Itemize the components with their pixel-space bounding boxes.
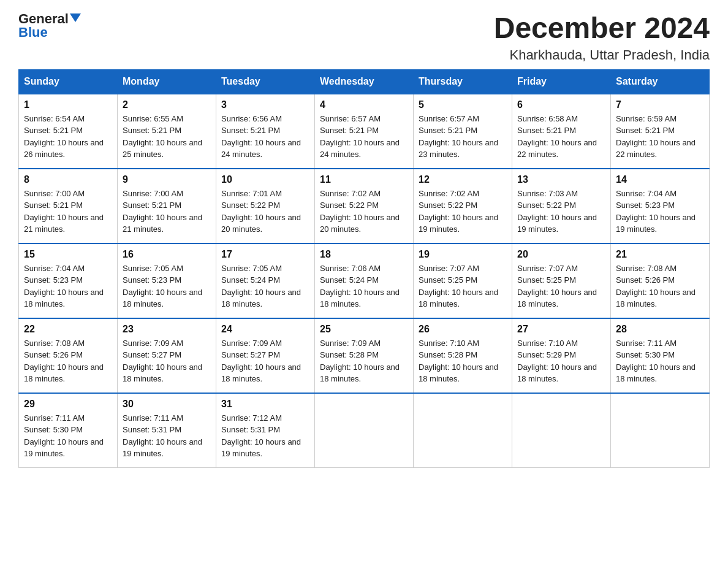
calendar-cell: 17 Sunrise: 7:05 AMSunset: 5:24 PMDaylig… bbox=[216, 243, 315, 318]
day-number: 3 bbox=[221, 99, 309, 110]
day-info: Sunrise: 6:55 AMSunset: 5:21 PMDaylight:… bbox=[123, 114, 202, 159]
col-saturday: Saturday bbox=[611, 69, 710, 94]
day-info: Sunrise: 7:12 AMSunset: 5:31 PMDaylight:… bbox=[221, 413, 301, 459]
calendar-week-row: 15 Sunrise: 7:04 AMSunset: 5:23 PMDaylig… bbox=[19, 243, 710, 318]
day-info: Sunrise: 7:09 AMSunset: 5:27 PMDaylight:… bbox=[221, 339, 301, 384]
calendar-cell bbox=[611, 393, 710, 468]
day-number: 24 bbox=[221, 324, 309, 335]
day-info: Sunrise: 6:57 AMSunset: 5:21 PMDaylight:… bbox=[419, 114, 498, 159]
day-number: 14 bbox=[616, 174, 704, 185]
calendar-cell: 26 Sunrise: 7:10 AMSunset: 5:28 PMDaylig… bbox=[414, 318, 512, 393]
day-info: Sunrise: 7:02 AMSunset: 5:22 PMDaylight:… bbox=[419, 189, 498, 234]
calendar-cell: 28 Sunrise: 7:11 AMSunset: 5:30 PMDaylig… bbox=[611, 318, 710, 393]
calendar-cell: 29 Sunrise: 7:11 AMSunset: 5:30 PMDaylig… bbox=[19, 393, 118, 468]
day-number: 28 bbox=[616, 324, 704, 335]
day-number: 12 bbox=[419, 174, 507, 185]
day-number: 5 bbox=[419, 99, 507, 110]
day-info: Sunrise: 6:59 AMSunset: 5:21 PMDaylight:… bbox=[616, 114, 696, 159]
month-title: December 2024 bbox=[494, 12, 710, 45]
day-info: Sunrise: 7:04 AMSunset: 5:23 PMDaylight:… bbox=[24, 264, 104, 309]
day-info: Sunrise: 7:08 AMSunset: 5:26 PMDaylight:… bbox=[24, 339, 104, 384]
day-info: Sunrise: 7:02 AMSunset: 5:22 PMDaylight:… bbox=[320, 189, 400, 234]
day-info: Sunrise: 7:03 AMSunset: 5:22 PMDaylight:… bbox=[517, 189, 597, 234]
logo: General Blue bbox=[18, 12, 81, 39]
day-number: 15 bbox=[24, 249, 112, 260]
logo-general: General bbox=[18, 12, 69, 26]
calendar-cell: 2 Sunrise: 6:55 AMSunset: 5:21 PMDayligh… bbox=[118, 94, 216, 169]
day-info: Sunrise: 7:11 AMSunset: 5:30 PMDaylight:… bbox=[24, 413, 104, 459]
calendar-cell: 16 Sunrise: 7:05 AMSunset: 5:23 PMDaylig… bbox=[118, 243, 216, 318]
day-info: Sunrise: 7:08 AMSunset: 5:26 PMDaylight:… bbox=[616, 264, 696, 309]
calendar-week-row: 8 Sunrise: 7:00 AMSunset: 5:21 PMDayligh… bbox=[19, 169, 710, 243]
day-number: 27 bbox=[517, 324, 605, 335]
col-wednesday: Wednesday bbox=[315, 69, 414, 94]
day-number: 20 bbox=[517, 249, 605, 260]
calendar-cell: 5 Sunrise: 6:57 AMSunset: 5:21 PMDayligh… bbox=[414, 94, 512, 169]
day-number: 10 bbox=[221, 174, 309, 185]
day-number: 31 bbox=[221, 399, 309, 410]
calendar-cell: 27 Sunrise: 7:10 AMSunset: 5:29 PMDaylig… bbox=[512, 318, 611, 393]
day-info: Sunrise: 7:00 AMSunset: 5:21 PMDaylight:… bbox=[24, 189, 104, 234]
day-info: Sunrise: 6:57 AMSunset: 5:21 PMDaylight:… bbox=[320, 114, 400, 159]
day-info: Sunrise: 7:04 AMSunset: 5:23 PMDaylight:… bbox=[616, 189, 696, 234]
calendar-cell bbox=[512, 393, 611, 468]
day-number: 18 bbox=[320, 249, 408, 260]
calendar-cell: 22 Sunrise: 7:08 AMSunset: 5:26 PMDaylig… bbox=[19, 318, 118, 393]
day-number: 1 bbox=[24, 99, 112, 110]
calendar-cell: 18 Sunrise: 7:06 AMSunset: 5:24 PMDaylig… bbox=[315, 243, 414, 318]
calendar-table: Sunday Monday Tuesday Wednesday Thursday… bbox=[18, 69, 710, 468]
col-tuesday: Tuesday bbox=[216, 69, 315, 94]
calendar-cell: 25 Sunrise: 7:09 AMSunset: 5:28 PMDaylig… bbox=[315, 318, 414, 393]
calendar-cell: 7 Sunrise: 6:59 AMSunset: 5:21 PMDayligh… bbox=[611, 94, 710, 169]
calendar-cell: 13 Sunrise: 7:03 AMSunset: 5:22 PMDaylig… bbox=[512, 169, 611, 243]
title-block: December 2024 Kharkhauda, Uttar Pradesh,… bbox=[494, 12, 710, 63]
day-info: Sunrise: 7:01 AMSunset: 5:22 PMDaylight:… bbox=[221, 189, 301, 234]
page-header: General Blue December 2024 Kharkhauda, U… bbox=[18, 12, 710, 63]
day-number: 21 bbox=[616, 249, 704, 260]
calendar-cell bbox=[315, 393, 414, 468]
day-number: 16 bbox=[123, 249, 211, 260]
day-number: 4 bbox=[320, 99, 408, 110]
day-info: Sunrise: 7:09 AMSunset: 5:27 PMDaylight:… bbox=[123, 339, 202, 384]
calendar-cell: 9 Sunrise: 7:00 AMSunset: 5:21 PMDayligh… bbox=[118, 169, 216, 243]
calendar-cell bbox=[414, 393, 512, 468]
day-number: 17 bbox=[221, 249, 309, 260]
col-sunday: Sunday bbox=[19, 69, 118, 94]
day-number: 29 bbox=[24, 399, 112, 410]
day-number: 13 bbox=[517, 174, 605, 185]
calendar-cell: 24 Sunrise: 7:09 AMSunset: 5:27 PMDaylig… bbox=[216, 318, 315, 393]
day-number: 9 bbox=[123, 174, 211, 185]
calendar-cell: 14 Sunrise: 7:04 AMSunset: 5:23 PMDaylig… bbox=[611, 169, 710, 243]
day-number: 6 bbox=[517, 99, 605, 110]
calendar-week-row: 29 Sunrise: 7:11 AMSunset: 5:30 PMDaylig… bbox=[19, 393, 710, 468]
day-info: Sunrise: 7:05 AMSunset: 5:23 PMDaylight:… bbox=[123, 264, 202, 309]
calendar-cell: 8 Sunrise: 7:00 AMSunset: 5:21 PMDayligh… bbox=[19, 169, 118, 243]
calendar-cell: 23 Sunrise: 7:09 AMSunset: 5:27 PMDaylig… bbox=[118, 318, 216, 393]
day-number: 26 bbox=[419, 324, 507, 335]
calendar-week-row: 22 Sunrise: 7:08 AMSunset: 5:26 PMDaylig… bbox=[19, 318, 710, 393]
day-number: 11 bbox=[320, 174, 408, 185]
day-number: 19 bbox=[419, 249, 507, 260]
day-info: Sunrise: 6:54 AMSunset: 5:21 PMDaylight:… bbox=[24, 114, 104, 159]
location-title: Kharkhauda, Uttar Pradesh, India bbox=[494, 47, 710, 63]
day-number: 30 bbox=[123, 399, 211, 410]
calendar-cell: 20 Sunrise: 7:07 AMSunset: 5:25 PMDaylig… bbox=[512, 243, 611, 318]
calendar-header-row: Sunday Monday Tuesday Wednesday Thursday… bbox=[19, 69, 710, 94]
calendar-cell: 12 Sunrise: 7:02 AMSunset: 5:22 PMDaylig… bbox=[414, 169, 512, 243]
day-info: Sunrise: 6:58 AMSunset: 5:21 PMDaylight:… bbox=[517, 114, 597, 159]
day-number: 2 bbox=[123, 99, 211, 110]
day-info: Sunrise: 7:07 AMSunset: 5:25 PMDaylight:… bbox=[517, 264, 597, 309]
calendar-cell: 10 Sunrise: 7:01 AMSunset: 5:22 PMDaylig… bbox=[216, 169, 315, 243]
day-number: 8 bbox=[24, 174, 112, 185]
day-info: Sunrise: 6:56 AMSunset: 5:21 PMDaylight:… bbox=[221, 114, 301, 159]
col-friday: Friday bbox=[512, 69, 611, 94]
day-number: 25 bbox=[320, 324, 408, 335]
day-info: Sunrise: 7:05 AMSunset: 5:24 PMDaylight:… bbox=[221, 264, 301, 309]
calendar-cell: 19 Sunrise: 7:07 AMSunset: 5:25 PMDaylig… bbox=[414, 243, 512, 318]
calendar-cell: 11 Sunrise: 7:02 AMSunset: 5:22 PMDaylig… bbox=[315, 169, 414, 243]
calendar-cell: 15 Sunrise: 7:04 AMSunset: 5:23 PMDaylig… bbox=[19, 243, 118, 318]
calendar-cell: 6 Sunrise: 6:58 AMSunset: 5:21 PMDayligh… bbox=[512, 94, 611, 169]
calendar-cell: 31 Sunrise: 7:12 AMSunset: 5:31 PMDaylig… bbox=[216, 393, 315, 468]
day-info: Sunrise: 7:07 AMSunset: 5:25 PMDaylight:… bbox=[419, 264, 498, 309]
col-monday: Monday bbox=[118, 69, 216, 94]
